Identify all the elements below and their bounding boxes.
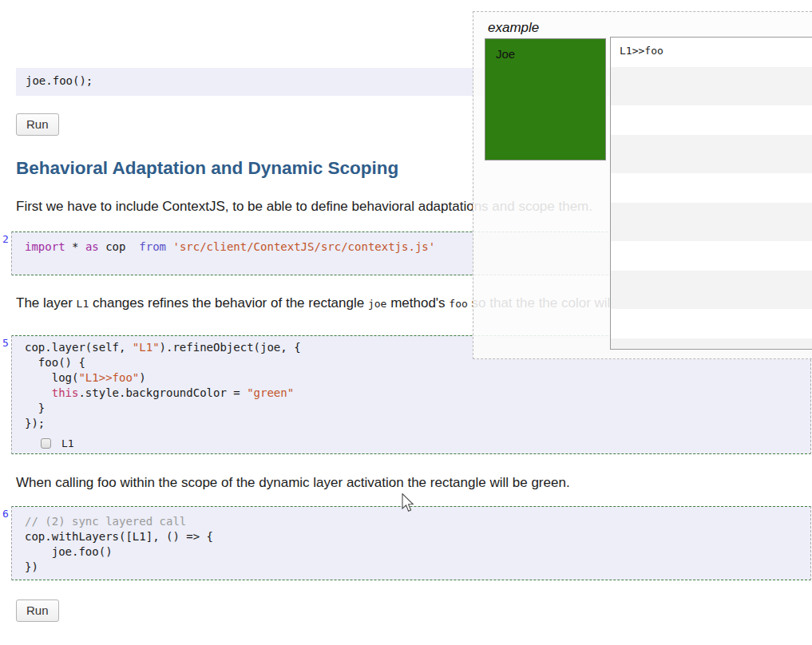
code-text[interactable]: // (2) sync layered call cop.withLayers(… xyxy=(25,514,810,575)
layer-l1-label: L1 xyxy=(61,437,74,449)
layer-toggle-row: L1 xyxy=(41,436,810,450)
joe-rectangle-label: Joe xyxy=(485,39,605,61)
line-number: 6 xyxy=(2,508,9,520)
run-button-top[interactable]: Run xyxy=(16,113,59,136)
log-panel: L1>>foo xyxy=(610,37,812,350)
line-number: 5 xyxy=(2,337,9,349)
layer-l1-checkbox[interactable] xyxy=(41,438,51,449)
run-button-bottom[interactable]: Run xyxy=(16,599,59,622)
mouse-cursor xyxy=(402,493,416,517)
paragraph-with-layers: When calling foo within the scope of the… xyxy=(16,475,796,491)
example-window-title: example xyxy=(488,20,539,36)
joe-rectangle[interactable]: Joe xyxy=(485,38,606,160)
line-number: 2 xyxy=(2,233,9,245)
example-window: example Joe L1>>foo xyxy=(473,11,812,359)
log-entry: L1>>foo xyxy=(611,38,812,57)
